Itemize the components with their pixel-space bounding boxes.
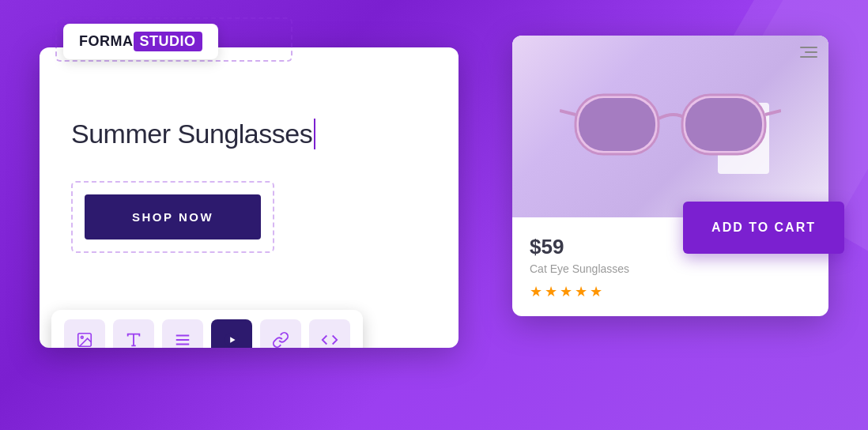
shop-now-button[interactable]: SHOP NOW	[85, 194, 261, 240]
product-name: Cat Eye Sunglasses	[530, 262, 811, 275]
logo-bar: FORMA STUDIO	[63, 24, 218, 59]
star-5: ★	[590, 283, 602, 300]
product-card: $59 Cat Eye Sunglasses ★ ★ ★ ★ ★	[512, 36, 828, 316]
toolbar-link[interactable]	[260, 319, 301, 348]
image-icon	[76, 331, 93, 348]
selection-box: SHOP NOW	[71, 181, 274, 253]
toolbar-code[interactable]	[309, 319, 350, 348]
editor-content: Summer Sunglasses SHOP NOW	[40, 47, 459, 277]
toolbar-image[interactable]	[64, 319, 105, 348]
logo-studio: STUDIO	[134, 32, 202, 51]
product-image-area	[512, 36, 828, 217]
svg-line-14	[560, 111, 576, 115]
toolbar	[51, 310, 363, 348]
toolbar-align[interactable]	[162, 319, 203, 348]
svg-rect-13	[685, 98, 762, 151]
text-icon	[125, 331, 142, 348]
sunglasses-image	[560, 55, 781, 198]
product-rating: ★ ★ ★ ★ ★	[530, 283, 811, 300]
hamburger-line-1	[800, 47, 817, 48]
align-icon	[174, 331, 191, 348]
editor-title: Summer Sunglasses	[71, 119, 315, 149]
toolbar-text[interactable]	[113, 319, 154, 348]
svg-rect-11	[579, 98, 655, 151]
code-icon	[321, 331, 338, 348]
hamburger-line-2	[805, 51, 817, 53]
editor-card: Summer Sunglasses SHOP NOW	[40, 47, 459, 348]
hamburger-line-3	[800, 56, 817, 58]
toolbar-video[interactable]	[211, 319, 252, 348]
star-1: ★	[530, 283, 542, 300]
star-3: ★	[560, 283, 572, 300]
star-4: ★	[575, 283, 587, 300]
star-2: ★	[545, 283, 557, 300]
link-icon	[272, 331, 289, 348]
logo-forma: FORMA	[79, 33, 134, 50]
hamburger-menu[interactable]	[800, 47, 817, 58]
add-to-cart-button[interactable]: ADD TO CART	[683, 202, 844, 254]
svg-point-1	[81, 336, 83, 338]
video-icon	[223, 331, 240, 348]
